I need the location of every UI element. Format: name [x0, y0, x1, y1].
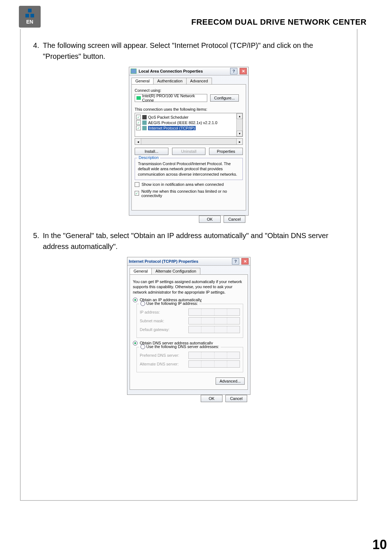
nic-icon: [136, 96, 141, 100]
ok-button[interactable]: OK: [199, 216, 221, 223]
checkbox[interactable]: [136, 115, 141, 119]
radio-use-ip[interactable]: Use the following IP address:: [139, 301, 199, 306]
item-label-selected: Internet Protocol (TCP/IP): [148, 126, 196, 130]
scroll-up-icon[interactable]: ▴: [237, 113, 242, 119]
subnet-label: Subnet mask:: [140, 319, 164, 323]
item-label: QoS Packet Scheduler: [148, 115, 188, 119]
protocol-icon: [142, 120, 147, 125]
network-icon: [131, 69, 136, 74]
tab-general[interactable]: General: [131, 78, 154, 84]
step-4: 4. The following screen will appear. Sel…: [30, 40, 348, 62]
cancel-button[interactable]: Cancel: [224, 216, 245, 223]
properties-button[interactable]: Properties: [209, 148, 243, 155]
help-button[interactable]: ?: [232, 258, 239, 265]
scroll-track[interactable]: [237, 119, 242, 131]
titlebar: Local Area Connection Properties ? ✕: [129, 67, 248, 75]
dns-group: Use the following DNS server addresses: …: [136, 347, 243, 372]
gateway-field[interactable]: [188, 326, 240, 333]
list-item[interactable]: QoS Packet Scheduler: [136, 114, 241, 120]
adapter-row: Intel(R) PRO/100 VE Network Conne Config…: [135, 94, 243, 102]
tab-panel: Connect using: Intel(R) PRO/100 VE Netwo…: [131, 84, 246, 210]
list-item[interactable]: Internet Protocol (TCP/IP): [136, 125, 241, 131]
tab-alternate-config[interactable]: Alternate Configuration: [151, 268, 200, 274]
advanced-button[interactable]: Advanced...: [216, 377, 245, 385]
badge-square-icon: [25, 14, 29, 17]
checkbox[interactable]: [136, 120, 141, 125]
tab-authentication[interactable]: Authentication: [153, 78, 187, 84]
radio[interactable]: [140, 344, 145, 349]
connect-using-label: Connect using:: [135, 88, 243, 93]
tab-advanced[interactable]: Advanced: [186, 78, 212, 84]
advanced-row: Advanced...: [133, 377, 245, 385]
description-group: Description Transmission Control Protoco…: [135, 158, 243, 180]
badge-text: EN: [26, 19, 33, 25]
gateway-row: Default gateway:: [140, 326, 240, 333]
alternate-dns-field[interactable]: [188, 360, 240, 368]
radio-label: Use the following DNS server addresses:: [146, 344, 219, 349]
service-icon: [142, 115, 147, 119]
cancel-button[interactable]: Cancel: [225, 395, 247, 402]
preferred-dns-label: Preferred DNS server:: [140, 353, 179, 357]
tab-row: General Authentication Advanced: [131, 78, 248, 84]
step-text: The following screen will appear. Select…: [43, 40, 348, 62]
option-label: Show icon in notification area when conn…: [142, 182, 224, 187]
radio-use-dns[interactable]: Use the following DNS server addresses:: [139, 344, 221, 349]
vertical-scrollbar[interactable]: ▴ ▾: [236, 113, 242, 136]
gateway-label: Default gateway:: [140, 327, 170, 332]
step-text: In the "General" tab, select "Obtain an …: [43, 230, 348, 252]
horizontal-scrollbar[interactable]: ◂ ▸: [135, 138, 243, 145]
screenshot-lan-properties: Local Area Connection Properties ? ✕ Gen…: [129, 67, 249, 216]
notify-option[interactable]: Notify me when this connection has limit…: [135, 189, 243, 198]
close-button[interactable]: ✕: [241, 258, 249, 265]
radio[interactable]: [140, 301, 145, 306]
checkbox[interactable]: [136, 126, 141, 130]
checkbox[interactable]: [135, 191, 139, 196]
items-label: This connection uses the following items…: [135, 107, 243, 111]
connection-items-list[interactable]: QoS Packet Scheduler AEGIS Protocol (IEE…: [135, 113, 243, 137]
radio[interactable]: [133, 298, 138, 302]
tab-general[interactable]: General: [130, 268, 152, 274]
configure-button[interactable]: Configure...: [210, 94, 239, 102]
preferred-dns-field[interactable]: [188, 352, 240, 359]
badge-square-icon: [28, 9, 32, 12]
scroll-right-icon[interactable]: ▸: [236, 139, 242, 144]
close-button[interactable]: ✕: [240, 68, 247, 74]
uninstall-button[interactable]: Uninstall: [172, 148, 206, 155]
ip-address-row: IP address:: [140, 308, 240, 316]
description-text: Transmission Control Protocol/Internet P…: [138, 161, 240, 177]
page-number: 10: [372, 537, 387, 552]
tab-panel: You can get IP settings assigned automat…: [130, 274, 248, 390]
step-number: 4.: [30, 40, 39, 62]
ip-group: Use the following IP address: IP address…: [136, 304, 243, 338]
list-item[interactable]: AEGIS Protocol (IEEE 802.1x) v2.2.1.0: [136, 120, 241, 125]
content-frame: 4. The following screen will appear. Sel…: [20, 29, 358, 501]
dialog-footer: OK Cancel: [127, 392, 250, 405]
ip-address-field[interactable]: [188, 308, 240, 316]
language-badge: EN: [19, 6, 41, 28]
tab-row: General Alternate Configuration: [130, 268, 250, 274]
subnet-field[interactable]: [188, 317, 240, 324]
ok-button[interactable]: OK: [201, 395, 222, 402]
subnet-row: Subnet mask:: [140, 317, 240, 324]
alternate-dns-row: Alternate DNS server:: [140, 360, 240, 368]
radio[interactable]: [133, 341, 138, 346]
adapter-name: Intel(R) PRO/100 VE Network Conne: [142, 94, 205, 102]
radio-label: Use the following IP address:: [146, 301, 198, 306]
description-title: Description: [137, 155, 160, 160]
item-label: AEGIS Protocol (IEEE 802.1x) v2.2.1.0: [148, 120, 217, 125]
scroll-left-icon[interactable]: ◂: [135, 139, 141, 144]
show-icon-option[interactable]: Show icon in notification area when conn…: [135, 182, 243, 187]
step-5: 5. In the "General" tab, select "Obtain …: [30, 230, 348, 252]
checkbox[interactable]: [135, 182, 139, 187]
titlebar: Internet Protocol (TCP/IP) Properties ? …: [127, 257, 250, 266]
scroll-track[interactable]: [141, 139, 236, 144]
install-button[interactable]: Install...: [135, 148, 168, 155]
dialog-title: Internet Protocol (TCP/IP) Properties: [129, 259, 198, 263]
scroll-down-icon[interactable]: ▾: [237, 131, 242, 136]
ip-label: IP address:: [140, 310, 160, 314]
help-button[interactable]: ?: [230, 68, 237, 74]
page: EN FREECOM DUAL DRIVE NETWORK CENTER 4. …: [0, 0, 392, 556]
screenshot-tcpip-properties: Internet Protocol (TCP/IP) Properties ? …: [127, 257, 250, 395]
info-text: You can get IP settings assigned automat…: [133, 279, 245, 295]
badge-squares-row: [25, 14, 34, 17]
